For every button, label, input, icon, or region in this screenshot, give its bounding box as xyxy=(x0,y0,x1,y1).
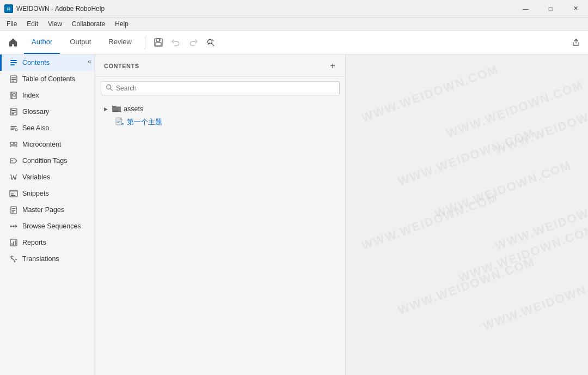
sidebar-item-master-pages[interactable]: Master Pages xyxy=(0,202,95,218)
main-workspace: WWW.WEIDOWN.COM WWW.WEIDOWN.COM WWW.WEID… xyxy=(346,55,588,375)
sidebar-label-translations: Translations xyxy=(22,255,59,263)
sidebar-item-index[interactable]: Index xyxy=(0,87,95,104)
translations-icon xyxy=(9,255,18,263)
sidebar-collapse-button[interactable]: « xyxy=(88,58,91,65)
contents-section: CONTENTS + ▶ xyxy=(95,55,346,375)
watermark-1: WWW.WEIDOWN.COM xyxy=(360,62,501,125)
menu-collaborate[interactable]: Collaborate xyxy=(68,19,109,29)
find-replace-button[interactable] xyxy=(203,35,218,50)
minimize-button[interactable]: — xyxy=(513,0,538,17)
svg-rect-39 xyxy=(15,240,16,245)
app-title: WEIDOWN - Adobe RoboHelp xyxy=(16,5,105,13)
contents-add-button[interactable]: + xyxy=(327,60,339,72)
sidebar-label-toc: Table of Contents xyxy=(22,75,75,83)
svg-rect-27 xyxy=(11,193,14,195)
sidebar-item-see-also[interactable]: See Also xyxy=(0,120,95,136)
title-bar: R WEIDOWN - Adobe RoboHelp — □ ✕ xyxy=(0,0,588,17)
svg-rect-9 xyxy=(10,64,15,65)
tree-item-first-topic[interactable]: H 第一个主题 xyxy=(95,116,345,129)
svg-rect-22 xyxy=(14,142,17,144)
svg-rect-38 xyxy=(13,241,14,245)
svg-rect-16 xyxy=(11,110,16,111)
menu-edit[interactable]: Edit xyxy=(22,19,42,29)
search-box xyxy=(101,81,340,95)
svg-rect-12 xyxy=(11,79,16,80)
toolbar-divider xyxy=(145,36,145,49)
svg-rect-31 xyxy=(12,210,15,211)
main-area: « Contents Table of xyxy=(0,55,588,375)
maximize-button[interactable]: □ xyxy=(538,0,563,17)
svg-point-20 xyxy=(15,129,17,131)
file-tree: ▶ assets xyxy=(95,100,345,131)
snippets-icon xyxy=(9,189,18,198)
svg-rect-32 xyxy=(12,211,14,213)
file-icon: H xyxy=(115,117,125,127)
svg-rect-3 xyxy=(156,39,160,41)
sidebar-label-variables: Variables xyxy=(22,173,50,181)
work-area: CONTENTS + ▶ xyxy=(95,55,588,375)
watermark-9: WWW.WEIDOWN.COM xyxy=(493,190,588,253)
menu-file[interactable]: File xyxy=(2,19,21,29)
sidebar-label-condition-tags: Condition Tags xyxy=(22,157,67,165)
publish-button[interactable] xyxy=(568,35,584,50)
sidebar-item-variables[interactable]: Variables xyxy=(0,169,95,185)
sidebar-item-contents[interactable]: Contents xyxy=(0,55,95,71)
sidebar-item-glossary[interactable]: Glossary xyxy=(0,104,95,120)
svg-point-14 xyxy=(13,94,16,96)
toolbar: Author Output Review xyxy=(0,31,588,55)
sidebar-item-translations[interactable]: Translations xyxy=(0,251,95,267)
close-button[interactable]: ✕ xyxy=(563,0,588,17)
svg-rect-7 xyxy=(10,60,17,61)
sidebar-item-condition-tags[interactable]: Condition Tags xyxy=(0,153,95,169)
svg-point-24 xyxy=(11,160,13,161)
home-button[interactable] xyxy=(4,34,22,51)
search-input[interactable] xyxy=(116,84,335,92)
tab-author[interactable]: Author xyxy=(24,31,60,54)
see-also-icon xyxy=(9,124,18,132)
svg-point-40 xyxy=(107,85,111,89)
svg-rect-19 xyxy=(11,110,13,111)
sidebar-item-browse-sequences[interactable]: Browse Sequences xyxy=(0,218,95,234)
svg-rect-28 xyxy=(11,195,15,196)
toc-icon xyxy=(9,75,18,83)
svg-rect-30 xyxy=(12,208,15,209)
reports-icon xyxy=(9,238,18,247)
expand-icon: ▶ xyxy=(102,105,109,113)
svg-rect-37 xyxy=(11,243,13,245)
tab-output[interactable]: Output xyxy=(62,31,99,54)
sidebar-label-contents: Contents xyxy=(22,59,50,66)
tree-item-assets[interactable]: ▶ assets xyxy=(95,102,345,116)
watermark-3: WWW.WEIDOWN.COM xyxy=(360,190,501,253)
svg-text:H: H xyxy=(122,123,124,126)
svg-rect-5 xyxy=(160,39,161,41)
glossary-icon xyxy=(9,107,18,116)
title-bar-left: R WEIDOWN - Adobe RoboHelp xyxy=(4,4,105,13)
tree-label-first-topic: 第一个主题 xyxy=(127,118,162,127)
tree-label-assets: assets xyxy=(124,105,143,113)
sidebar-item-toc[interactable]: Table of Contents xyxy=(0,71,95,87)
watermark-4: WWW.WEIDOWN.COM xyxy=(396,255,537,317)
svg-rect-21 xyxy=(10,142,14,144)
contents-icon xyxy=(9,58,18,67)
watermark-5: WWW.WEIDOWN.COM xyxy=(445,78,586,141)
menu-help[interactable]: Help xyxy=(111,19,133,29)
svg-text:R: R xyxy=(7,7,10,11)
redo-button[interactable] xyxy=(186,35,201,50)
menu-view[interactable]: View xyxy=(44,19,66,29)
app-icon: R xyxy=(4,4,13,13)
tab-review[interactable]: Review xyxy=(101,31,139,54)
sidebar-label-master-pages: Master Pages xyxy=(22,206,64,214)
variables-icon xyxy=(9,173,18,182)
search-icon xyxy=(106,84,113,93)
undo-button[interactable] xyxy=(168,35,183,50)
svg-rect-26 xyxy=(10,190,17,192)
save-button[interactable] xyxy=(151,35,166,50)
microcontent-icon xyxy=(9,140,18,149)
sidebar-item-snippets[interactable]: Snippets xyxy=(0,185,95,202)
sidebar-item-reports[interactable]: Reports xyxy=(0,234,95,251)
contents-title: CONTENTS xyxy=(104,63,139,69)
svg-rect-42 xyxy=(117,121,120,122)
sidebar-label-glossary: Glossary xyxy=(22,108,49,116)
sidebar-item-microcontent[interactable]: Microcontent xyxy=(0,136,95,153)
sidebar-label-microcontent: Microcontent xyxy=(22,141,62,148)
